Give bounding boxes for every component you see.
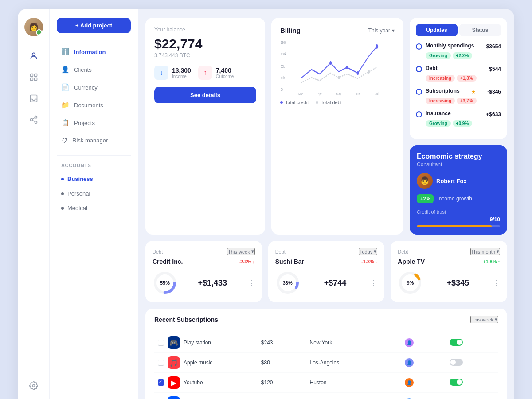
chart-legend: Total credit Total debt [280,100,395,105]
balance-stats: ↓ 13,300 Income ↑ 7,400 Outcome [154,66,256,80]
tab-updates[interactable]: Updates [416,24,458,36]
nav-item-clients[interactable]: 👤 Clients [57,62,131,78]
shared-avatar-0: 👤 [404,337,415,348]
balance-btc: 3.743.443 BTC [154,52,256,59]
shared-avatar-3: 👤 [404,397,415,399]
row-checkbox-1[interactable] [158,360,164,366]
debt-card-2: Debt This month ▾ Apple TV +1.8% ↑ [391,241,507,302]
credit-bar-fill [417,225,492,227]
currency-icon: 📄 [61,83,70,91]
nav-item-currency[interactable]: 📄 Currency [57,79,131,95]
subs-period-select[interactable]: This week ▾ [470,316,498,323]
subs-title: Recent Subscriptions [154,316,218,323]
updates-tabs: Updates Status [416,24,501,36]
svg-rect-1 [30,74,33,77]
user-avatar[interactable]: 👩 [24,18,43,36]
svg-point-0 [32,53,35,56]
svg-text:10k: 10k [281,76,285,81]
top-row: Your balance $22,774 3.743.443 BTC ↓ 13,… [145,18,507,235]
update-name-3: Insurance [426,110,451,117]
svg-line-9 [32,120,35,121]
update-name-1: Debt [426,65,438,71]
sidebar-icon-person[interactable] [25,47,43,65]
table-row: 🎵 Apple music $80Los-Angeles👤 [154,353,498,373]
update-item-insurance: Insurance +$633 Growing +0,9% [416,110,501,127]
sidebar-icon-settings[interactable] [25,377,43,395]
update-info-1: Debt $544 Increasing +1,3% [426,65,501,82]
update-info-0: Monthly spendings $3654 Growing +2,2% [426,43,501,59]
sidebar-icon-share[interactable] [25,111,43,129]
income-value: 13,300 [172,67,191,74]
debt-row: Debt This week ▾ Credit Inc. -2.3% ↓ [145,241,507,302]
main-content: Your balance $22,774 3.743.443 BTC ↓ 13,… [138,9,514,399]
update-radio-1 [416,66,422,72]
svg-point-23 [329,61,332,65]
svg-point-7 [30,119,32,121]
add-project-button[interactable]: + Add project [57,18,131,33]
account-item-business[interactable]: Business [57,172,131,185]
svg-rect-3 [30,78,33,81]
clients-icon: 👤 [61,66,70,74]
information-icon: ℹ️ [61,48,70,56]
debt-label-0: Debt [153,249,163,254]
see-details-button[interactable]: See details [154,87,256,103]
sidebar-icon-grid[interactable] [25,68,43,86]
row-shared-3: 👤 [400,393,446,399]
row-checkbox-2[interactable] [158,379,164,386]
account-item-medical[interactable]: Medical [57,202,131,215]
row-icon-2: ▶ [168,376,180,389]
nav-item-information[interactable]: ℹ️ Information [57,44,131,60]
debt-card-0: Debt This week ▾ Credit Inc. -2.3% ↓ [145,241,262,302]
row-checkbox-0[interactable] [158,340,164,346]
year-select[interactable]: This year ▾ [368,27,395,34]
svg-text:Jul: Jul [376,92,379,96]
row-name-2: Youtube [184,379,203,386]
nav-item-documents[interactable]: 📁 Documents [57,97,131,113]
update-radio-3 [416,111,422,117]
update-info-2: Subscriptons ★ -$346 Increasing +3,7% [426,88,501,104]
row-status-1 [446,353,498,373]
debt-menu-0[interactable]: ⋮ [248,279,255,287]
svg-rect-2 [34,74,37,77]
sidebar-icon-inbox[interactable] [25,90,43,107]
legend-debt-dot [316,101,318,104]
income-text: Income growth [437,196,472,202]
tab-status[interactable]: Status [459,24,501,36]
debt-menu-1[interactable]: ⋮ [370,279,377,287]
donut-label-0: 55% [153,270,177,295]
svg-point-25 [357,71,359,75]
nav-item-projects[interactable]: 📋 Projects [57,115,131,131]
debt-label-2: Debt [398,249,408,254]
billing-svg: 150k 100k 50k 10k 0k Mar Apr May Jun Jul [280,39,395,96]
consultant-row: 👨 Robert Fox [417,173,500,189]
debt-change-2: +1.8% ↑ [483,259,500,264]
svg-rect-5 [30,95,37,102]
debt-name-row-0: Credit Inc. -2.3% ↓ [153,258,255,265]
debt-menu-2[interactable]: ⋮ [493,279,500,287]
debt-amount-1: +$744 [324,278,347,288]
debt-name-row-1: Sushi Bar -1.3% ↓ [275,258,378,265]
svg-text:0k: 0k [281,87,283,92]
billing-title: Billing [280,27,301,34]
nav-item-risk[interactable]: 🛡 Risk manager [57,133,131,148]
debt-period-2[interactable]: This month ▾ [470,248,500,255]
col-amount [258,329,306,333]
update-radio-0 [416,43,422,50]
toggle-1[interactable] [450,359,463,366]
svg-text:50k: 50k [281,64,285,69]
credit-label: Credit of trust [417,209,500,215]
update-amount-1: $544 [489,66,501,72]
debt-period-1[interactable]: Today ▾ [359,248,377,255]
debt-amount-0: +$1,433 [198,278,227,288]
toggle-0[interactable] [450,339,463,346]
col-name [154,329,258,333]
account-item-personal[interactable]: Personal [57,187,131,200]
toggle-2[interactable] [450,379,463,386]
updates-card: Updates Status Monthly spendings $3654 [410,18,507,139]
balance-label: Your balance [154,27,256,33]
svg-rect-4 [34,78,37,81]
update-info-3: Insurance +$633 Growing +0,9% [426,110,501,127]
donut-1: 33% [275,270,300,295]
debt-period-0[interactable]: This week ▾ [227,248,255,255]
subscriptions-card: Recent Subscriptions This week ▾ [145,309,507,399]
